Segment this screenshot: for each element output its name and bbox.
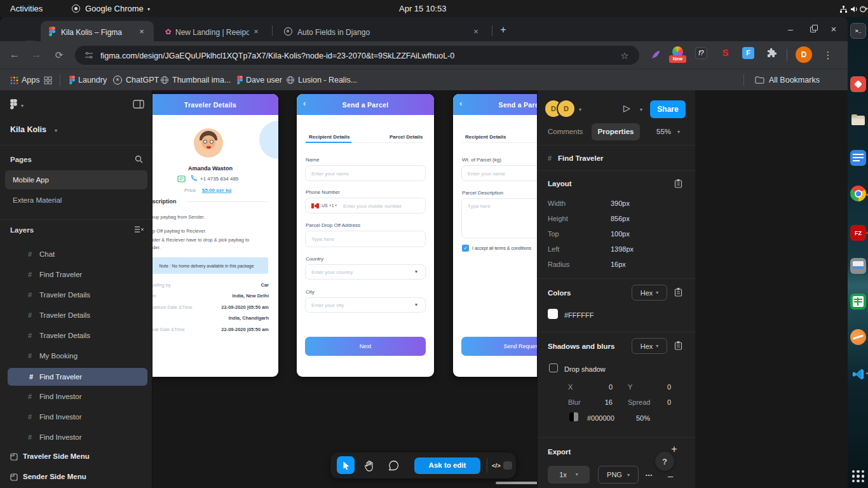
tab-recipient-details[interactable]: Recipient Details xyxy=(309,134,349,140)
share-button[interactable]: Share xyxy=(650,100,686,118)
chrome-menu-kebab-icon[interactable]: ⋮ xyxy=(822,46,834,63)
layout-value[interactable]: 100px xyxy=(611,230,630,238)
figma-menu-chevron-icon[interactable]: ▾ xyxy=(21,103,24,109)
bookmark-lusion[interactable]: Lusion - Realis... xyxy=(298,76,357,85)
figma-logo-icon[interactable] xyxy=(10,98,17,109)
tab-kila-kolis[interactable]: Kila Kolis – Figma × xyxy=(41,21,154,41)
frame-traveler-details[interactable]: Traveler Details Amanda Waston +1 4 xyxy=(153,94,278,377)
tab-auto-fields[interactable]: Auto Fields in Django × xyxy=(277,21,487,41)
filezilla-dock-icon[interactable]: FZ xyxy=(850,225,866,241)
page-item-extera-material[interactable]: Extera Material xyxy=(13,196,62,204)
dev-mode-toggle[interactable] xyxy=(503,461,512,470)
new-tab-button[interactable]: + xyxy=(497,24,510,36)
terminal-dock-icon[interactable]: >_ xyxy=(850,23,866,39)
dev-mode-code-icon[interactable]: </> xyxy=(492,463,501,470)
section-traveler-side-menu[interactable]: Traveler Side Menu xyxy=(23,452,90,460)
copy-clipboard-icon[interactable] xyxy=(674,287,682,297)
layer-traveler-details[interactable]: Traveler Details xyxy=(39,311,90,319)
clock[interactable]: Apr 15 10:53 xyxy=(399,4,446,14)
shadow-hex-value[interactable]: #000000 xyxy=(587,414,614,422)
bookmark-laundry[interactable]: Laundry xyxy=(78,76,107,85)
files-dock-icon[interactable] xyxy=(850,113,866,129)
layer-find-investor[interactable]: Find Investor xyxy=(39,393,81,400)
app-menu-label[interactable]: Google Chrome xyxy=(85,4,144,14)
layer-find-investor[interactable]: Find Investor xyxy=(39,433,81,441)
drop-shadow-checkbox[interactable] xyxy=(549,363,558,372)
vscode-dock-icon[interactable] xyxy=(850,366,866,382)
shadow-opacity-value[interactable]: 50% xyxy=(636,414,650,422)
ask-to-edit-button[interactable]: Ask to edit xyxy=(414,458,480,474)
bookmark-chatgpt[interactable]: ChatGPT xyxy=(126,76,159,85)
phone-icon[interactable] xyxy=(189,174,197,182)
activities-button[interactable]: Activities xyxy=(10,4,43,14)
restore-button[interactable] xyxy=(808,25,817,34)
volume-icon[interactable] xyxy=(850,4,858,13)
reload-icon[interactable]: ⟳ xyxy=(52,48,66,62)
message-icon[interactable] xyxy=(177,175,186,182)
network-icon[interactable] xyxy=(839,4,848,13)
layout-value[interactable]: 1398px xyxy=(611,245,634,253)
layer-find-investor[interactable]: Find Investor xyxy=(39,413,81,421)
help-button[interactable]: ? xyxy=(655,452,674,471)
zoom-level[interactable]: 55% xyxy=(656,128,671,136)
minimize-button[interactable]: – xyxy=(785,24,796,35)
collaborators-chevron-icon[interactable]: ▾ xyxy=(579,107,581,112)
image-viewer-dock-icon[interactable] xyxy=(850,258,866,274)
hand-tool[interactable] xyxy=(362,458,377,473)
tab-properties[interactable]: Properties xyxy=(592,123,640,140)
copy-clipboard-icon[interactable] xyxy=(674,178,682,188)
page-item-mobile-app[interactable]: Mobile App xyxy=(5,170,147,189)
fill-hex-value[interactable]: #FFFFFF xyxy=(564,311,593,319)
seo-extension-icon[interactable]: S xyxy=(719,46,731,58)
show-apps-icon[interactable] xyxy=(850,468,866,484)
shadow-x-value[interactable]: 0 xyxy=(601,383,613,391)
shadow-y-value[interactable]: 0 xyxy=(660,383,671,391)
video-app-dock-icon[interactable] xyxy=(850,76,866,92)
forward-icon[interactable]: → xyxy=(29,48,43,62)
frame-send-parcel-recipient[interactable]: ‹ Send a Parcel Recipient Details Parcel… xyxy=(297,94,434,377)
quill-extension-icon[interactable] xyxy=(649,48,662,61)
layer-my-booking[interactable]: My Booking xyxy=(39,352,78,360)
close-tab-icon[interactable]: × xyxy=(252,27,261,36)
remove-export-icon[interactable]: – xyxy=(668,470,673,481)
comment-tool[interactable] xyxy=(386,458,401,473)
tab-new-landing[interactable]: ✿ New Landing | Reeipo × xyxy=(158,21,267,41)
terms-checkbox[interactable]: ✓ xyxy=(462,245,469,252)
back-icon[interactable]: ← xyxy=(8,48,22,62)
close-tab-icon[interactable]: × xyxy=(137,27,146,36)
export-more-icon[interactable]: ••• xyxy=(646,472,653,478)
file-name[interactable]: Kila Kolis xyxy=(10,125,46,134)
layout-value[interactable]: 16px xyxy=(611,261,626,268)
squares-bookmark-icon[interactable] xyxy=(43,76,52,85)
present-chevron-icon[interactable]: ▾ xyxy=(640,107,642,112)
export-format-dropdown[interactable]: PNG▾ xyxy=(598,466,639,484)
copy-clipboard-icon[interactable] xyxy=(674,340,682,350)
tab-comments[interactable]: Comments xyxy=(548,128,583,136)
all-bookmarks-button[interactable]: All Bookmarks xyxy=(769,76,820,85)
colors-hex-dropdown[interactable]: Hex▾ xyxy=(632,285,667,301)
toggle-sidebar-icon[interactable] xyxy=(132,99,144,109)
libreoffice-calc-dock-icon[interactable] xyxy=(850,294,866,309)
country-code[interactable]: US +1 xyxy=(322,203,334,208)
next-button[interactable]: Next xyxy=(305,337,426,356)
orange-disc-dock-icon[interactable] xyxy=(850,329,866,345)
text-editor-dock-icon[interactable] xyxy=(850,150,866,166)
layout-value[interactable]: 390px xyxy=(611,200,630,207)
bookmark-dave-user[interactable]: Dave user xyxy=(246,76,282,85)
fill-color-swatch[interactable] xyxy=(548,309,558,319)
collaborator-avatar[interactable]: D xyxy=(558,100,574,117)
zoom-chevron-icon[interactable]: ▾ xyxy=(677,129,680,135)
bookmark-star-icon[interactable]: ☆ xyxy=(619,50,630,61)
close-tab-icon[interactable]: × xyxy=(471,27,480,36)
fonts-extension-icon[interactable]: f? xyxy=(695,47,707,59)
apps-grid-icon[interactable] xyxy=(10,76,18,85)
section-sender-side-menu[interactable]: Sender Side Menu xyxy=(23,473,86,480)
file-name-chevron-icon[interactable]: ▾ xyxy=(55,128,57,133)
layer-find-traveler[interactable]: Find Traveler xyxy=(39,271,82,278)
tab-parcel-details[interactable]: Parcel Details xyxy=(390,134,423,140)
site-settings-icon[interactable] xyxy=(84,51,94,60)
figma-extension-icon[interactable]: F xyxy=(742,47,754,59)
layer-traveler-details[interactable]: Traveler Details xyxy=(39,291,90,299)
layout-value[interactable]: 856px xyxy=(611,215,630,222)
profile-avatar[interactable]: D xyxy=(796,46,812,63)
